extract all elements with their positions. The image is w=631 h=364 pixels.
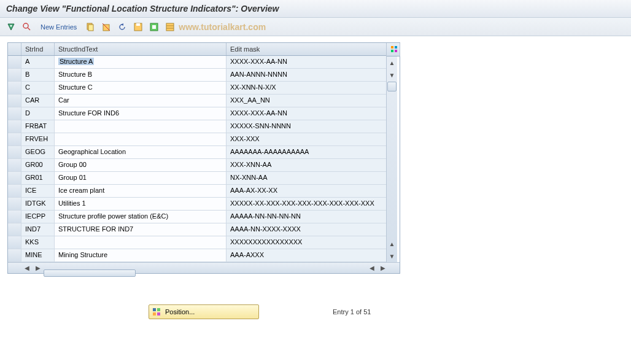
table-row[interactable]: CARCarXXX_AA_NN (8, 95, 386, 107)
cell-mask[interactable]: XXXXXXXXXXXXXXXX (226, 236, 386, 249)
row-selector[interactable] (8, 107, 21, 120)
cell-mask[interactable]: NX-XNN-AA (226, 172, 386, 184)
cell-text[interactable]: STRUCTURE FOR IND7 (55, 223, 226, 236)
cell-mask[interactable]: XXXX-XXX-AA-NN (226, 56, 386, 68)
cell-text[interactable]: Structure B (55, 69, 226, 81)
cell-strind[interactable]: GEOG (21, 146, 55, 158)
cell-mask[interactable]: XXX-XXX (226, 133, 386, 145)
horizontal-scrollbar[interactable]: ◀ ▶ ◀ ▶ (8, 262, 400, 273)
cell-text[interactable]: Ice cream plant (55, 185, 226, 197)
table-row[interactable]: IECPPStructure profile power station (E&… (8, 211, 386, 223)
row-selector[interactable] (8, 56, 21, 68)
cell-strind[interactable]: B (21, 69, 55, 81)
table-config-icon[interactable] (387, 43, 400, 56)
cell-text[interactable]: Geographical Location (55, 146, 226, 158)
scroll-thumb[interactable] (387, 82, 397, 91)
cell-strind[interactable]: D (21, 107, 55, 120)
cell-strind[interactable]: GR00 (21, 159, 55, 171)
hscroll-thumb[interactable] (44, 269, 136, 277)
row-selector[interactable] (8, 198, 21, 210)
other-view-icon[interactable] (5, 21, 17, 33)
cell-text[interactable]: Group 01 (55, 172, 226, 184)
find-icon[interactable] (21, 21, 33, 33)
row-selector[interactable] (8, 120, 21, 133)
table-row[interactable]: AStructure AXXXX-XXX-AA-NN (8, 56, 386, 69)
cell-strind[interactable]: FRBAT (21, 120, 55, 133)
hscroll-left-icon[interactable]: ◀ (21, 263, 33, 273)
table-row[interactable]: FRVEHXXX-XXX (8, 133, 386, 146)
cell-mask[interactable]: AAAAAAA-AAAAAAAAAA (226, 146, 386, 158)
cell-mask[interactable]: XXXXX-XX-XXX-XXX-XXX-XXX-XXX-XXX-XXX (226, 198, 386, 210)
row-selector[interactable] (8, 146, 21, 158)
cell-strind[interactable]: A (21, 56, 55, 68)
scroll-down2-icon[interactable]: ▼ (387, 250, 397, 262)
select-block-icon[interactable] (164, 21, 176, 33)
cell-text[interactable] (55, 133, 226, 145)
table-row[interactable]: GR01Group 01NX-XNN-AA (8, 172, 386, 185)
cell-mask[interactable]: XXX_AA_NN (226, 95, 386, 107)
scroll-up2-icon[interactable]: ▲ (387, 238, 397, 250)
cell-mask[interactable]: AAAA-NN-XXXX-XXXX (226, 223, 386, 236)
cell-mask[interactable]: AAA-AX-XX-XX (226, 185, 386, 197)
table-row[interactable]: IDTGKUtilities 1XXXXX-XX-XXX-XXX-XXX-XXX… (8, 198, 386, 211)
cell-mask[interactable]: XXX-XNN-AA (226, 159, 386, 171)
cell-strind[interactable]: CAR (21, 95, 55, 107)
col-mask[interactable]: Edit mask (226, 43, 386, 55)
row-selector[interactable] (8, 211, 21, 223)
cell-mask[interactable]: XX-XNN-N-X/X (226, 82, 386, 94)
table-row[interactable]: ICEIce cream plantAAA-AX-XX-XX (8, 185, 386, 198)
cell-strind[interactable]: ICE (21, 185, 55, 197)
row-selector[interactable] (8, 223, 21, 236)
row-selector[interactable] (8, 172, 21, 184)
cell-text[interactable]: Structure C (55, 82, 226, 94)
save-icon[interactable] (132, 21, 144, 33)
table-row[interactable]: IND7STRUCTURE FOR IND7AAAA-NN-XXXX-XXXX (8, 223, 386, 236)
cell-strind[interactable]: KKS (21, 236, 55, 249)
position-button[interactable]: Position... (149, 304, 259, 319)
hscroll-right2-icon[interactable]: ▶ (377, 263, 389, 273)
cell-strind[interactable]: MINE (21, 249, 55, 261)
cell-strind[interactable]: IND7 (21, 223, 55, 236)
hscroll-right-icon[interactable]: ▶ (33, 263, 44, 273)
cell-text[interactable]: Utilities 1 (55, 198, 226, 210)
cell-text[interactable] (55, 120, 226, 133)
row-selector[interactable] (8, 95, 21, 107)
table-row[interactable]: GR00Group 00XXX-XNN-AA (8, 159, 386, 172)
undo-icon[interactable] (116, 21, 128, 33)
row-selector[interactable] (8, 236, 21, 249)
cell-text[interactable]: Mining Structure (55, 249, 226, 261)
row-selector[interactable] (8, 185, 21, 197)
col-text[interactable]: StructIndText (55, 43, 226, 55)
scroll-down-icon[interactable]: ▼ (387, 69, 397, 81)
cell-text[interactable]: Car (55, 95, 226, 107)
select-all-icon[interactable] (148, 21, 160, 33)
cell-mask[interactable]: AAA-AXXX (226, 249, 386, 261)
cell-text[interactable]: Structure FOR IND6 (55, 107, 226, 120)
cell-strind[interactable]: C (21, 82, 55, 94)
table-row[interactable]: FRBATXXXXX-SNN-NNNN (8, 120, 386, 133)
copy-icon[interactable] (84, 21, 96, 33)
table-row[interactable]: MINEMining StructureAAA-AXXX (8, 249, 386, 262)
cell-strind[interactable]: IDTGK (21, 198, 55, 210)
new-entries-button[interactable]: New Entries (41, 23, 77, 31)
col-strind[interactable]: StrInd (21, 43, 55, 55)
vertical-scrollbar[interactable]: ▲ ▼ ▲ ▼ (386, 43, 397, 262)
hscroll-left2-icon[interactable]: ◀ (366, 263, 377, 273)
row-selector[interactable] (8, 159, 21, 171)
row-selector[interactable] (8, 249, 21, 261)
table-row[interactable]: GEOGGeographical LocationAAAAAAA-AAAAAAA… (8, 146, 386, 159)
cell-strind[interactable]: GR01 (21, 172, 55, 184)
cell-mask[interactable]: AAAAA-NN-NN-NN-NN (226, 211, 386, 223)
cell-text[interactable]: Structure A (55, 56, 226, 68)
table-row[interactable]: DStructure FOR IND6XXXX-XXX-AA-NN (8, 107, 386, 120)
table-row[interactable]: KKSXXXXXXXXXXXXXXXX (8, 236, 386, 249)
cell-text[interactable]: Group 00 (55, 159, 226, 171)
cell-mask[interactable]: XXXXX-SNN-NNNN (226, 120, 386, 133)
row-selector[interactable] (8, 69, 21, 81)
cell-text[interactable]: Structure profile power station (E&C) (55, 211, 226, 223)
cell-mask[interactable]: XXXX-XXX-AA-NN (226, 107, 386, 120)
delete-icon[interactable] (100, 21, 112, 33)
col-selector[interactable] (8, 43, 21, 55)
cell-text[interactable] (55, 236, 226, 249)
scroll-up-icon[interactable]: ▲ (387, 56, 397, 69)
